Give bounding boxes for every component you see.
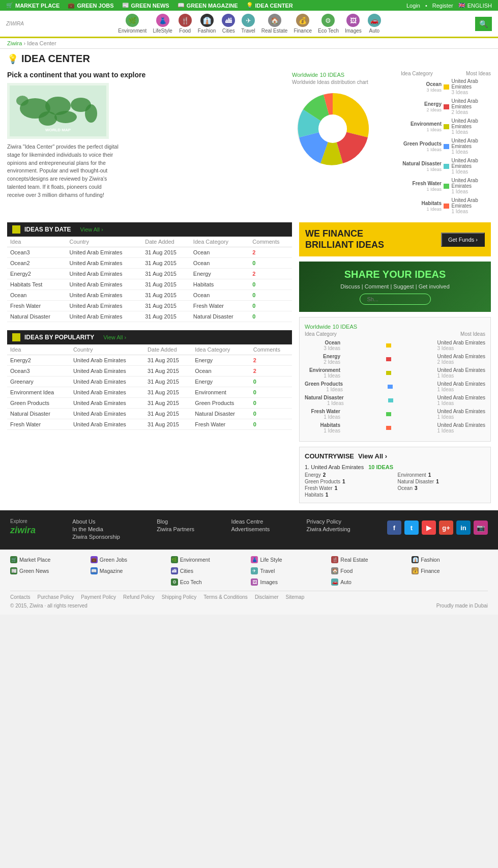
nav-fashion[interactable]: 👔 Fashion	[198, 14, 216, 34]
ideas-pop-tbody: Energy2 United Arab Emirates 31 Aug 2015…	[7, 355, 292, 430]
search-button[interactable]: 🔍	[475, 17, 492, 31]
idea-center-link[interactable]: 💡 IDEA CENTER	[246, 2, 293, 9]
mini-legend-item: Habitats1 Ideas United Arab Emirates1 Id…	[305, 422, 485, 433]
footer-link-magazine[interactable]: 📖 Magazine	[91, 567, 167, 574]
content-wrapper: IDEAS BY DATE View All › Idea Country Da…	[0, 222, 498, 510]
legend-section: Idea Category Most Ideas Ocean3 Ideas Un…	[401, 71, 491, 217]
footer-media[interactable]: In the Media	[72, 526, 120, 532]
real-estate-icon: 🏠	[268, 14, 281, 27]
page-title-section: 💡 IDEA CENTER	[0, 49, 498, 66]
policy-terms[interactable]: Terms & Conditions	[203, 594, 248, 600]
policy-contacts[interactable]: Contacts	[10, 594, 30, 600]
site-header: ZIWIRA 🌿 Environment 👗 LifeStyle 🍴 Food …	[0, 11, 498, 38]
ideas-date-view-all[interactable]: View All ›	[80, 226, 103, 233]
policy-refund[interactable]: Refund Policy	[123, 594, 155, 600]
policy-payment[interactable]: Payment Policy	[81, 594, 116, 600]
nav-real-estate[interactable]: 🏠 Real Estate	[261, 14, 288, 34]
stat-fresh-water: Fresh Water 1	[305, 485, 393, 491]
footer-link-greennews[interactable]: 📰 Green News	[10, 567, 86, 574]
marketplace-footer-icon: 🛒	[10, 556, 17, 563]
footer-blog[interactable]: Blog	[157, 518, 194, 525]
footer-link-fashion[interactable]: 👔 Fashion	[412, 556, 488, 563]
legend-bar-energy	[444, 104, 449, 109]
green-jobs-link[interactable]: 💼 GREEN JOBS	[68, 2, 113, 9]
footer-link-cities[interactable]: 🏙 Cities	[171, 567, 247, 574]
footer-link-images[interactable]: 🖼 Images	[251, 578, 327, 586]
footer-link-food[interactable]: 🍴 Real Estate	[331, 556, 407, 563]
legend-item: Natural Disaster1 Ideas United Arab Emir…	[401, 158, 491, 175]
policy-shipping[interactable]: Shipping Policy	[162, 594, 196, 600]
page-title: 💡 IDEA CENTER	[7, 53, 491, 65]
svg-point-7	[16, 96, 28, 106]
register-link[interactable]: Register	[432, 3, 453, 9]
footer-link-greenjobs[interactable]: 💼 Green Jobs	[91, 556, 167, 563]
legend-item: Fresh Water1 Ideas United Arab Emirates1…	[401, 178, 491, 194]
mini-legend: Ocean3 Ideas United Arab Emirates3 Ideas…	[305, 340, 485, 433]
footer-link-auto[interactable]: 🚗 Auto	[331, 578, 407, 586]
green-magazine-link[interactable]: 📖 GREEN MAGAZINE	[178, 2, 238, 9]
legend-bar-natural-disaster	[444, 164, 449, 169]
policy-sitemap[interactable]: Sitemap	[286, 594, 305, 600]
footer-about-us[interactable]: About Us	[72, 518, 120, 525]
policy-disclaimer[interactable]: Disclaimer	[255, 594, 279, 600]
social-icons: f t ▶ g+ in 📷	[387, 520, 488, 535]
footer-ideas-centre[interactable]: Ideas Centre	[231, 518, 270, 525]
instagram-icon[interactable]: 📷	[474, 520, 488, 535]
share-input[interactable]	[360, 294, 431, 305]
footer-link-realestate[interactable]: 🏠 Food	[331, 567, 407, 574]
breadcrumb-home[interactable]: Ziwira	[7, 40, 22, 46]
footer-link-marketplace[interactable]: 🛒 Market Place	[10, 556, 86, 563]
world-map[interactable]: WORLD MAP	[7, 83, 109, 139]
table-row: Green Products United Arab Emirates 31 A…	[7, 398, 292, 409]
legend-item: Environment1 Ideas United Arab Emirates1…	[401, 118, 491, 135]
footer-privacy-policy[interactable]: Privacy Policy	[306, 518, 350, 525]
stat-energy: Energy 2	[305, 472, 393, 478]
site-logo[interactable]: ZIWIRA	[6, 21, 24, 26]
left-column: Pick a continent that you want to explor…	[7, 71, 292, 217]
get-funds-button[interactable]: Get Funds ›	[441, 233, 485, 247]
table-row: Energy2 United Arab Emirates 31 Aug 2015…	[7, 269, 292, 279]
cities-footer-icon: 🏙	[171, 567, 178, 574]
nav-images[interactable]: 🖼 Images	[345, 14, 362, 34]
facebook-icon[interactable]: f	[387, 520, 401, 535]
nav-finance[interactable]: 💰 Finance	[294, 14, 312, 34]
legend-item: Green Products1 Ideas United Arab Emirat…	[401, 138, 491, 155]
finance-line2: BRILLIANT IDEAS	[305, 240, 384, 251]
youtube-icon[interactable]: ▶	[422, 520, 436, 535]
policy-purchase[interactable]: Purchase Policy	[37, 594, 74, 600]
nav-eco-tech[interactable]: ⚙ Eco Tech	[318, 14, 339, 34]
market-place-link[interactable]: 🛒 MARKET PLACE	[6, 2, 60, 9]
footer-advertisements[interactable]: Advertisements	[231, 526, 270, 532]
nav-cities[interactable]: 🏙 Cities	[222, 14, 235, 34]
footer-link-ecotech[interactable]: ⚙ Eco Tech	[171, 578, 247, 586]
lang-selector[interactable]: 🇬🇧 ENGLISH	[458, 2, 492, 9]
twitter-icon[interactable]: t	[404, 520, 419, 535]
footer-link-finance[interactable]: 💰 Finance	[412, 567, 488, 574]
col-category-pop: Idea Category	[192, 344, 250, 355]
nav-environment[interactable]: 🌿 Environment	[118, 14, 147, 34]
footer-advertising[interactable]: Ziwira Advertising	[306, 526, 350, 532]
countrywise-title: COUNTRYWISE View All ›	[305, 452, 485, 460]
stat-natural-disaster: Natural Disaster 1	[398, 479, 486, 484]
footer-partners[interactable]: Ziwira Partners	[157, 526, 194, 532]
linkedin-icon[interactable]: in	[456, 520, 471, 535]
mini-legend-item: Ocean3 Ideas United Arab Emirates3 Ideas	[305, 340, 485, 351]
nav-food[interactable]: 🍴 Food	[179, 14, 192, 34]
footer-link-environment[interactable]: 🌿 Environment	[171, 556, 247, 563]
worldwide-legend-header: Idea Category Most Ideas	[305, 331, 485, 337]
nav-travel[interactable]: ✈ Travel	[241, 14, 255, 34]
mini-legend-item: Energy2 Ideas United Arab Emirates2 Idea…	[305, 354, 485, 365]
login-link[interactable]: Login	[406, 3, 420, 9]
googleplus-icon[interactable]: g+	[439, 520, 453, 535]
footer-link-travel[interactable]: ✈ Travel	[251, 567, 327, 574]
col-country-pop: Country	[70, 344, 144, 355]
green-news-link[interactable]: 📰 GREEN NEWS	[122, 2, 169, 9]
countrywise-view-all[interactable]: View All ›	[358, 452, 387, 460]
nav-auto[interactable]: 🚗 Auto	[368, 14, 381, 34]
nav-lifestyle[interactable]: 👗 LifeStyle	[153, 14, 172, 34]
lifestyle-footer-icon: 👗	[251, 556, 258, 563]
finance-banner: WE FINANCE BRILLIANT IDEAS Get Funds ›	[299, 222, 491, 256]
footer-sponsorship[interactable]: Ziwira Sponsorship	[72, 534, 120, 540]
footer-link-lifestyle[interactable]: 👗 Life Style	[251, 556, 327, 563]
ideas-pop-view-all[interactable]: View All ›	[103, 334, 126, 340]
